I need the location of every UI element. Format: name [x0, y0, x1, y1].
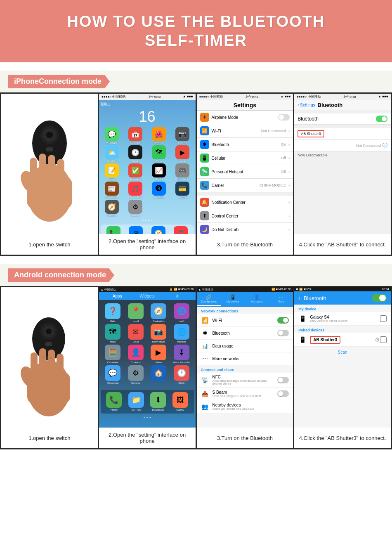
android-settings-status: ▲ 中国移动 📶 ■94% 09:50 [197, 287, 293, 292]
android-step-2-caption: 2.Open the "setting" interface on phone [99, 428, 196, 448]
ios-app-camera: 📷Camera [171, 127, 194, 144]
android-bt-shutter-name[interactable]: AB Shutter3 [310, 336, 340, 344]
android-home-bg: ❓Help 📍Local 🧭Navigation 🌐Larth 🗺Maps ✉E… [99, 300, 196, 428]
android-app-maps: 🗺Maps [102, 324, 123, 343]
android-bt-header-toggle[interactable] [372, 294, 387, 302]
android-bt-back[interactable]: ‹ [298, 295, 300, 301]
ios-app-newsstand: 📰Newsstand [101, 182, 123, 199]
android-bt-shutter-row: 📱 AB Shutter3 ⚙ [294, 333, 391, 347]
ios-setting-airplane: ✈ Airplane Mode [197, 111, 293, 124]
android-tab-accounts[interactable]: 👤 Accounts [245, 292, 269, 306]
android-bt-scan-button[interactable]: Scan [294, 347, 391, 358]
ios-bt-device-status: Not Connected [298, 144, 381, 148]
ios-airplane-toggle [278, 114, 290, 121]
android-bt-shutter-checkbox[interactable] [380, 336, 387, 343]
iphone-step-2-caption: 2.Open the "setting" interface on phone [99, 234, 196, 255]
svg-rect-10 [57, 159, 64, 184]
ios-date-number: 16 [101, 108, 194, 125]
ios-app-videos: ▶Videos [171, 145, 194, 162]
iphone-steps-row: 1.open the switch ●●●●○ 中国移动 上午9:48 ▲ ■■… [0, 92, 392, 256]
ios-bt-device-name[interactable]: AB Shutter3 [298, 130, 324, 137]
android-bt-my-device-row: 📱 Galaxy S4 Only visible to paired devic… [294, 312, 391, 326]
android-wifi-toggle[interactable] [277, 317, 289, 324]
ios-carrier: ●●●●○ 中国移动 [102, 95, 125, 99]
ios-setting-hotspot: 📡 Personal Hotspot Off › [197, 165, 293, 179]
android-bt-header: ‹ Bluetooth [294, 291, 391, 305]
android-app-grid: ❓Help 📍Local 🧭Navigation 🌐Larth 🗺Maps ✉E… [99, 300, 196, 388]
android-section-label: Android connection mode [0, 264, 392, 286]
android-settings-tabs: 🔗 Connections 📱 My device 👤 Accounts ⋯ M… [197, 292, 293, 307]
android-app-clock: 🕐Clock [171, 365, 192, 384]
android-tab-mydevice[interactable]: 📱 My device [221, 292, 245, 306]
ios-setting-cellular: 📱 Cellular Off › [197, 151, 293, 165]
ios-app-compass: 🧭Compass [101, 200, 123, 217]
ios-bt-info-icon[interactable]: ⓘ [383, 142, 387, 149]
android-home-screen: ▲ 中国移动 🔒 📶 ■94% 09:50 Apps Widgets ⬇ ❓He… [99, 287, 196, 428]
android-step-4: ✱ 📶 ■92% 10:04 ‹ Bluetooth My device 📱 G… [294, 287, 391, 448]
svg-rect-20 [45, 342, 52, 346]
ios-bt-toggle[interactable] [376, 116, 387, 122]
android-app-help: ❓Help [102, 303, 123, 322]
android-settings-inner: ▲ 中国移动 📶 ■94% 09:50 🔗 Connections 📱 My d… [197, 287, 293, 428]
android-hand-svg [4, 287, 95, 428]
ios-app-messages: 💬Messages [101, 127, 123, 144]
ios-bt-back-button[interactable]: ‹ Settings [298, 103, 315, 107]
android-status-bar: ▲ 中国移动 🔒 📶 ■94% 09:50 [99, 287, 196, 292]
android-app-video: ▶Video [148, 345, 169, 364]
ios-section-gap [197, 192, 293, 196]
android-bt-status: ✱ 📶 ■92% 10:04 [294, 287, 391, 291]
ios-app-calendar: 📅Calendar [124, 127, 146, 144]
android-dock: 📞Phone 📁My Files ⬇Downloads 🖼Gallery [101, 389, 194, 414]
android-bottom-bar: 📞Phone 📁My Files ⬇Downloads 🖼Gallery [101, 389, 194, 414]
ios-setting-control: ⬆ Control Center › [197, 209, 293, 223]
ios-bt-title: Bluetooth [318, 102, 343, 108]
ios-battery: ▲ ■■■ [183, 95, 193, 99]
android-bt-title: Bluetooth [304, 295, 326, 301]
android-bt-gear-icon[interactable]: ⚙ [375, 336, 380, 343]
android-dock-downloads: ⬇Downloads [150, 392, 166, 411]
page-header: HOW TO USE THE BLUETOOTH SELF-TIMER [0, 0, 392, 62]
android-connect-share-section: Connect and share [197, 365, 293, 373]
iphone-hand-svg [4, 94, 95, 234]
android-dock-gallery: 🖼Gallery [172, 392, 188, 411]
ios-app-clock: 🕐Clock [124, 145, 146, 162]
ios-setting-carrier: 📞 Carrier CHINA MOBILE › [197, 179, 293, 192]
android-app-internet: 🌐Internet [171, 324, 192, 343]
svg-rect-26 [48, 350, 55, 378]
android-nfc-toggle[interactable] [277, 377, 289, 383]
android-widgets-tab[interactable]: Widgets [132, 294, 162, 298]
ios-dock-music: 🎵Music [174, 226, 188, 234]
ios-bt-device-row: AB Shutter3 [294, 128, 391, 140]
android-apps-tab[interactable]: Apps [102, 294, 132, 298]
ios-date-bar: 星期三 [101, 102, 194, 106]
android-app-story: 📷Story Album [148, 324, 169, 343]
android-settings-scroll: Network connections 📶 Wi-Fi ✱ Bluetooth [197, 307, 293, 424]
android-bt-phone-icon: 📱 [298, 314, 307, 323]
android-app-samsung: 🏠 [148, 365, 169, 384]
iphone-bluetooth-screen: ●●●●○ 中国移动 上午9:48 ▲ ■■■ ‹ Settings Bluet… [294, 94, 391, 234]
svg-rect-8 [39, 154, 46, 184]
ios-dock-mail: ✉Mail [129, 226, 143, 234]
ios-bt-header: ‹ Settings Bluetooth [294, 100, 391, 110]
android-app-email: ✉Email [125, 324, 146, 343]
android-section-text: Android connection mode [8, 268, 114, 282]
android-download-tab[interactable]: ⬇ [162, 294, 192, 298]
android-app-settings: ⚙Settings [125, 365, 146, 384]
android-tab-connections[interactable]: 🔗 Connections [197, 292, 221, 306]
svg-rect-25 [39, 348, 46, 378]
ios-page-dots: ● ● ● ● [101, 218, 194, 222]
android-bt-my-device-checkbox[interactable] [380, 315, 387, 322]
android-app-local: 📍Local [125, 303, 146, 322]
android-step-3: ▲ 中国移动 📶 ■94% 09:50 🔗 Connections 📱 My d… [197, 287, 293, 448]
android-sbeam-toggle[interactable] [277, 390, 289, 397]
iphone-settings-screen: ●●●●○ 中国移动 上午9:48 ▲ ■■■ Settings ✈ Airpl… [197, 94, 293, 234]
android-hand-image [1, 287, 98, 428]
iphone-hand-image [1, 94, 98, 234]
android-tab-more[interactable]: ⋯ More [269, 292, 293, 306]
ios-now-discoverable: Now Discoverable [294, 151, 391, 159]
android-dock-files: 📁My Files [128, 392, 144, 411]
android-bluetooth-toggle[interactable] [277, 330, 289, 336]
svg-point-19 [46, 329, 52, 334]
svg-point-3 [46, 132, 53, 138]
ios-bt-status: ●●●●○ 中国移动 上午9:48 ▲ ■■■ [294, 94, 391, 100]
